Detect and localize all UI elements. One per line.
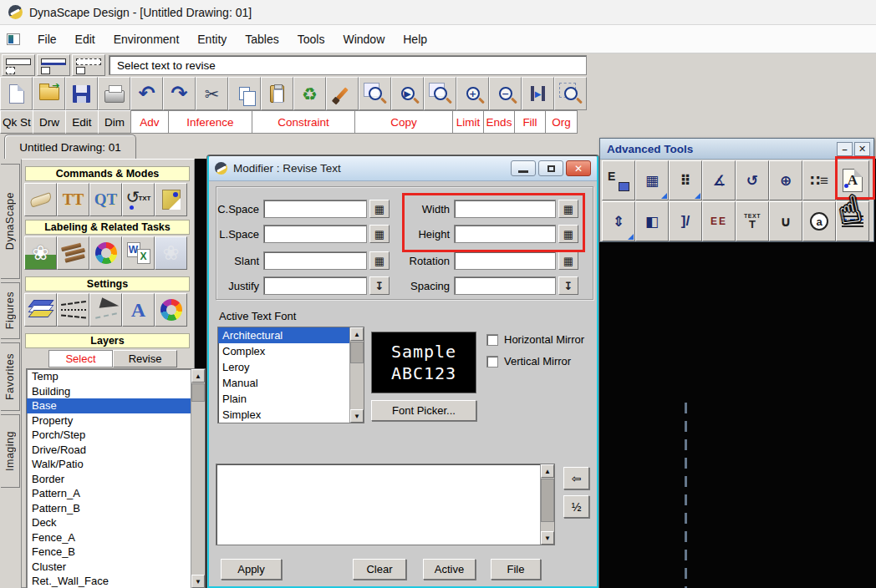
- layer-row-selected[interactable]: Base: [27, 398, 205, 413]
- layer-row[interactable]: Deck: [27, 515, 205, 530]
- distribute-vertical-tool[interactable]: ⇕: [602, 201, 635, 241]
- rotation-calc-button[interactable]: ▦: [558, 251, 578, 270]
- paste-button[interactable]: [261, 77, 293, 110]
- scroll-down-button[interactable]: ▼: [541, 531, 554, 545]
- layer-row[interactable]: Pattern_A: [27, 486, 205, 501]
- document-tab[interactable]: Untitled Drawing: 01: [4, 134, 136, 159]
- text-font-button[interactable]: A: [122, 293, 155, 327]
- zoom-in-button[interactable]: +: [456, 77, 489, 110]
- line-styles-button[interactable]: [57, 293, 89, 327]
- cspace-input[interactable]: [263, 200, 367, 218]
- layer-list-scrollbar[interactable]: ▲ ▼: [191, 369, 205, 588]
- menu-entity[interactable]: Entity: [188, 29, 236, 49]
- category-qkst[interactable]: Qk St: [0, 110, 33, 134]
- sidebar-tab-imaging[interactable]: Imaging: [1, 414, 20, 488]
- curve-reposition-tool[interactable]: ↺: [736, 160, 769, 200]
- font-list[interactable]: Architectural Complex Leroy Manual Plain…: [217, 327, 364, 423]
- scroll-up-button[interactable]: ▲: [350, 327, 364, 341]
- font-row-selected[interactable]: Architectural: [218, 327, 364, 343]
- total-count-tool[interactable]: ∷≡: [802, 160, 836, 200]
- zoom-next-button[interactable]: ▶: [391, 77, 424, 110]
- half-size-button[interactable]: ½: [563, 495, 589, 518]
- dialog-minimize-button[interactable]: [511, 160, 536, 176]
- brush-cleanup-button[interactable]: [326, 77, 359, 110]
- open-drawing-button[interactable]: [33, 77, 65, 110]
- layer-row[interactable]: Border: [27, 472, 205, 487]
- rotation-input[interactable]: [454, 251, 556, 270]
- plant-label-faded-button[interactable]: ❀: [155, 236, 187, 270]
- spacing-input[interactable]: [454, 276, 556, 295]
- menu-tables[interactable]: Tables: [236, 29, 288, 49]
- vertical-mirror-checkbox[interactable]: [486, 356, 498, 368]
- scale-move-tool[interactable]: ⊕: [769, 160, 802, 200]
- layer-row[interactable]: Pattern_B: [27, 501, 205, 516]
- pen-weight-button[interactable]: [89, 293, 122, 327]
- scroll-down-button[interactable]: ▼: [350, 409, 364, 423]
- scroll-thumb[interactable]: [191, 383, 205, 402]
- spacing-dropdown-button[interactable]: ↧: [558, 276, 578, 295]
- font-row[interactable]: Simplex: [218, 407, 364, 423]
- category-copy[interactable]: Copy: [354, 110, 453, 134]
- category-constraint[interactable]: Constraint: [252, 110, 355, 134]
- layers-settings-button[interactable]: [24, 293, 57, 327]
- pan-view-button[interactable]: ▶: [522, 77, 554, 110]
- font-list-scrollbar[interactable]: ▲ ▼: [349, 327, 364, 423]
- curve-text-button[interactable]: ↺ TXT: [122, 183, 155, 216]
- print-button[interactable]: [98, 77, 130, 110]
- quick-text-button[interactable]: QT: [89, 183, 122, 216]
- zoom-previous-button[interactable]: [359, 77, 391, 110]
- entity-blocks-tool[interactable]: ▦: [635, 160, 669, 200]
- select-mode-button[interactable]: [24, 183, 57, 216]
- horizontal-mirror-checkbox[interactable]: [486, 334, 498, 346]
- entity-copy-tool[interactable]: E: [602, 160, 635, 200]
- dialog-close-button[interactable]: ✕: [566, 160, 591, 176]
- lspace-input[interactable]: [263, 225, 367, 243]
- layer-row[interactable]: Ret._Wall_Face: [27, 574, 205, 588]
- window-layout-3-button[interactable]: [72, 54, 105, 76]
- window-layout-1-button[interactable]: [2, 54, 35, 76]
- cspace-calc-button[interactable]: ▦: [369, 200, 390, 218]
- palette-minimize-button[interactable]: –: [837, 142, 853, 156]
- menu-environment[interactable]: Environment: [104, 29, 189, 49]
- window-layout-2-button[interactable]: [37, 54, 70, 76]
- palette-close-button[interactable]: ✕: [854, 142, 870, 156]
- office-export-button[interactable]: W X: [122, 236, 155, 270]
- back-arrow-button[interactable]: ⇦: [563, 467, 589, 489]
- color-palette-button[interactable]: [155, 293, 187, 327]
- zoom-out-button[interactable]: −: [489, 77, 522, 110]
- layer-row[interactable]: Porch/Step: [27, 428, 205, 443]
- angle-measure-tool[interactable]: ∡: [702, 160, 736, 200]
- scroll-up-button[interactable]: ▲: [191, 369, 205, 383]
- color-wheel-button[interactable]: [89, 236, 122, 270]
- layer-row[interactable]: Drive/Road: [27, 443, 205, 458]
- font-picker-button[interactable]: Font Picker...: [371, 400, 476, 421]
- entity-network-tool[interactable]: EE: [702, 201, 736, 241]
- category-ends[interactable]: Ends: [483, 110, 515, 134]
- category-drw[interactable]: Drw: [33, 110, 66, 134]
- redo-button[interactable]: ↷: [163, 77, 196, 110]
- copy-button[interactable]: [228, 77, 261, 110]
- active-button[interactable]: Active: [423, 559, 476, 580]
- dialog-restore-button[interactable]: [538, 160, 563, 176]
- scroll-up-button[interactable]: ▲: [541, 464, 554, 478]
- palette-title-bar[interactable]: Advanced Tools: [600, 139, 873, 160]
- zoom-extents-button[interactable]: [554, 77, 587, 110]
- annotation-circle-tool[interactable]: a: [802, 201, 836, 241]
- plant-label-button[interactable]: ❀: [24, 236, 57, 270]
- zoom-window-button[interactable]: [424, 77, 456, 110]
- menu-file[interactable]: File: [28, 29, 66, 49]
- scroll-thumb[interactable]: [350, 342, 364, 363]
- sidebar-tab-dynascape[interactable]: DynaScape: [1, 164, 20, 279]
- document-icon[interactable]: [7, 33, 20, 45]
- page-edit-button[interactable]: [155, 183, 187, 216]
- menu-window[interactable]: Window: [334, 29, 394, 49]
- font-row[interactable]: Complex: [218, 343, 364, 359]
- apply-button[interactable]: Apply: [221, 559, 282, 580]
- layers-select-tab[interactable]: Select: [48, 350, 113, 368]
- layer-row[interactable]: Fence_B: [27, 545, 205, 560]
- layer-list[interactable]: Temp Building Base Property Porch/Step D…: [26, 368, 206, 588]
- text-mode-button[interactable]: TT: [57, 183, 89, 216]
- array-grid-tool[interactable]: ⠿: [669, 160, 702, 200]
- new-document-button[interactable]: [0, 77, 33, 110]
- layer-row[interactable]: Cluster: [27, 560, 205, 575]
